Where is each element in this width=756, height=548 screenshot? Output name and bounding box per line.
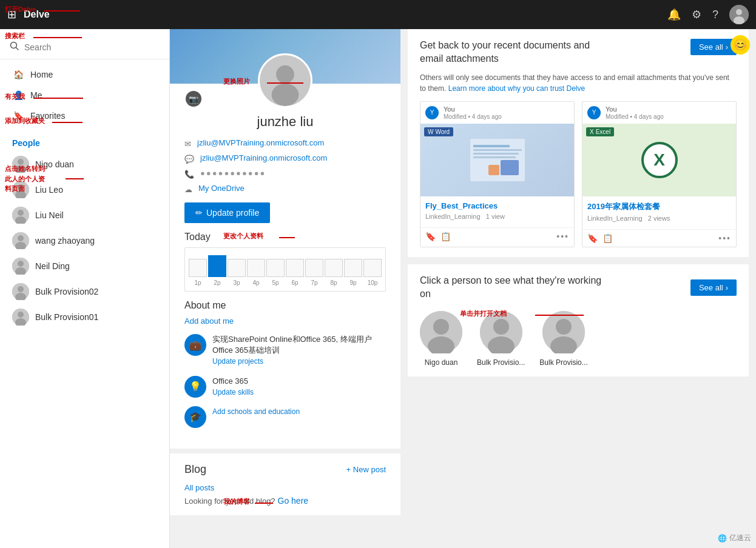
settings-icon[interactable]: ⚙	[692, 8, 701, 21]
contact-phone: 📞 ●●●●●●●●●●●	[184, 169, 386, 179]
timeline-label: 10p	[363, 279, 382, 286]
person-name-sidebar: Neil Ding	[35, 261, 70, 271]
timeline-label: 3p	[228, 279, 246, 286]
sidebar-person-item[interactable]: Nigo duan	[0, 152, 169, 177]
change-photo-button[interactable]: 📷	[186, 91, 201, 107]
people-card[interactable]: Bulk Provisio...	[477, 311, 525, 367]
search-icon	[10, 41, 19, 53]
person-name-sidebar: Nigo duan	[35, 159, 74, 169]
learn-more-link[interactable]: Learn more about why you can trust Delve	[448, 84, 585, 93]
share-doc-icon-2[interactable]: 📋	[602, 233, 613, 243]
timeline-label: 7p	[305, 279, 323, 286]
sidebar-person-item[interactable]: wang zhaoyang	[0, 228, 169, 253]
svg-rect-31	[473, 149, 522, 151]
timeline-cell	[208, 255, 226, 277]
person-name-sidebar: Bulk Provision01	[35, 312, 98, 322]
svg-point-27	[276, 65, 294, 84]
people-card-name: Bulk Provisio...	[539, 358, 587, 367]
sidebar-person-item[interactable]: Neil Ding	[0, 253, 169, 279]
feedback-smiley-button[interactable]: 😊	[731, 35, 750, 55]
svg-line-4	[16, 48, 19, 50]
recent-docs-title: Get back to your recent documents and em…	[420, 39, 602, 66]
profile-name: junzhe liu	[184, 114, 386, 130]
pencil-icon: ✏	[195, 208, 203, 218]
onedrive-icon: ☁	[184, 185, 192, 194]
notification-icon[interactable]: 🔔	[667, 8, 681, 21]
people-card-avatar	[480, 311, 522, 353]
sidebar-item-home[interactable]: 🏠 Home	[0, 64, 169, 85]
doc-more-1[interactable]: •••	[556, 232, 569, 241]
svg-rect-30	[473, 145, 510, 147]
top-navigation: ⊞ Delve 🔔 ⚙ ?	[0, 0, 756, 29]
project-icon-circle: 💼	[184, 334, 206, 356]
sidebar-item-me[interactable]: 👤 Me	[0, 85, 169, 105]
add-about-me-link[interactable]: Add about me	[184, 316, 234, 326]
about-me-title: About me	[184, 300, 386, 311]
svg-point-37	[433, 319, 449, 335]
see-all-people-button[interactable]: See all ›	[690, 279, 737, 296]
blog-title: Blog	[184, 463, 206, 476]
blog-looking-text: Looking for your old blog?	[184, 496, 275, 506]
people-card-avatar	[542, 311, 585, 353]
add-schools-link[interactable]: Add schools and education	[212, 407, 300, 416]
person-avatar-sidebar	[12, 207, 29, 224]
project-item: 💼 实现SharePoint Online和Office 365, 终端用户Of…	[184, 334, 386, 367]
doc-preview-2: X X Excel	[582, 124, 736, 196]
doc-card-word[interactable]: Y You Modified • 4 days ago	[420, 101, 575, 247]
bookmark-icon: 🔖	[12, 111, 24, 121]
doc-title-2[interactable]: 2019年家属体检套餐	[587, 201, 731, 212]
update-projects-link[interactable]: Update projects	[212, 357, 263, 366]
people-section-title: People	[0, 131, 169, 152]
doc-user-avatar-2: Y	[587, 106, 601, 119]
sidebar-person-item[interactable]: Liu Neil	[0, 202, 169, 228]
svg-point-28	[272, 84, 299, 106]
go-here-link[interactable]: Go here	[278, 496, 309, 506]
help-icon[interactable]: ?	[712, 8, 718, 21]
svg-rect-32	[473, 153, 519, 155]
bookmark-doc-icon-1[interactable]: 🔖	[425, 232, 436, 241]
all-posts-link[interactable]: All posts	[184, 483, 386, 492]
timeline-cell	[286, 259, 304, 277]
graduation-icon: 🎓	[189, 411, 201, 423]
doc-user-2: You Modified • 4 days ago	[606, 105, 664, 120]
sidebar-person-item[interactable]: Liu Leo	[0, 177, 169, 202]
app-grid-icon[interactable]: ⊞	[7, 8, 16, 21]
today-label: Today	[184, 232, 386, 242]
sidebar-item-favorites[interactable]: 🔖 Favorites	[0, 105, 169, 126]
people-section: Click a person to see what they're worki…	[408, 264, 749, 376]
person-avatar-sidebar	[12, 283, 29, 300]
doc-type-badge-word: W Word	[424, 127, 453, 136]
bookmark-doc-icon-2[interactable]: 🔖	[587, 233, 598, 243]
doc-title-1[interactable]: Fly_Best_Practices	[425, 201, 569, 210]
content-area: 📷 junzhe liu ✉ jzliu@MVPTraining.onmicro…	[170, 29, 756, 548]
people-card-avatar	[420, 311, 462, 353]
see-all-docs-button[interactable]: See all ›	[690, 39, 737, 55]
update-profile-button[interactable]: ✏ Update profile	[184, 202, 270, 223]
people-card[interactable]: Nigo duan	[420, 311, 462, 367]
doc-more-2[interactable]: •••	[718, 233, 731, 243]
new-post-link[interactable]: + New post	[346, 465, 386, 474]
timeline-label: 9p	[344, 279, 362, 286]
person-name-sidebar: Liu Neil	[35, 210, 64, 220]
people-card[interactable]: Bulk Provisio...	[539, 311, 587, 367]
user-avatar[interactable]	[729, 5, 749, 24]
profile-column: 📷 junzhe liu ✉ jzliu@MVPTraining.onmicro…	[170, 29, 400, 548]
timeline-cell	[305, 259, 323, 277]
sidebar-person-item[interactable]: Bulk Provision01	[0, 304, 169, 330]
search-bar[interactable]	[0, 35, 169, 59]
share-doc-icon-1[interactable]: 📋	[440, 232, 451, 241]
doc-type-badge-excel: X Excel	[586, 127, 614, 136]
update-skills-link[interactable]: Update skills	[212, 388, 254, 396]
excel-icon: X	[590, 129, 594, 135]
person-avatar-sidebar	[12, 156, 29, 173]
svg-point-9	[18, 184, 24, 190]
doc-card-excel[interactable]: Y You Modified • 4 days ago X X	[582, 101, 737, 247]
sidebar-person-item[interactable]: Bulk Provision02	[0, 279, 169, 304]
app-name: Delve	[24, 9, 50, 20]
skills-icon-circle: 💡	[184, 376, 206, 398]
doc-meta-2: LinkedIn_Learning 2 views	[587, 215, 731, 222]
doc-card-footer-2: 🔖 📋 •••	[582, 229, 736, 247]
svg-point-12	[18, 210, 24, 216]
search-input[interactable]	[24, 42, 160, 52]
doc-preview-1: W Word	[420, 124, 574, 196]
